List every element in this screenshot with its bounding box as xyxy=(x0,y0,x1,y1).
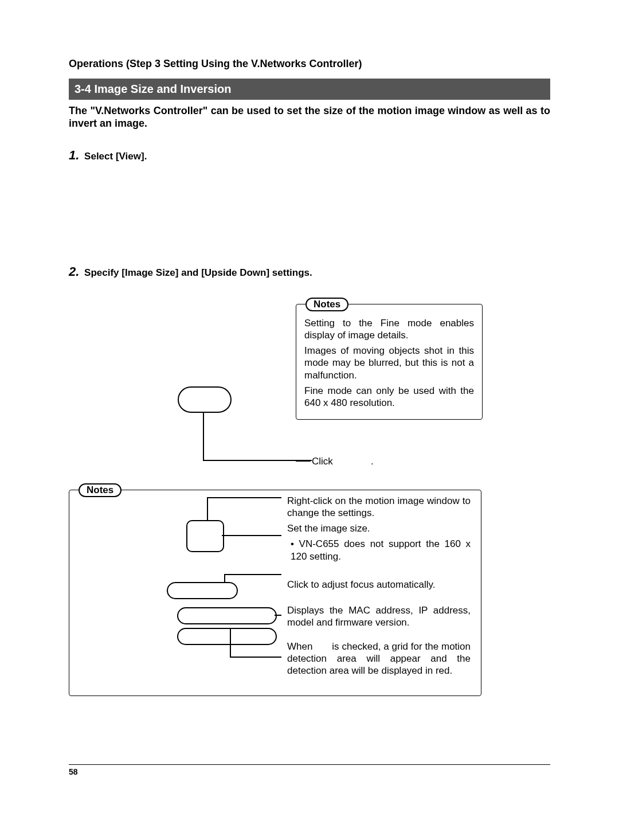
notes-fine-p2: Images of moving objects shot in this mo… xyxy=(304,345,474,381)
intro-text: The "V.Networks Controller" can be used … xyxy=(69,104,550,130)
notes-tag-2: Notes xyxy=(79,483,122,497)
callout-shape-info-1 xyxy=(177,607,277,624)
notes-controls-p1: Right-click on the motion image window t… xyxy=(287,495,471,519)
callout-shape-autofocus xyxy=(167,582,238,599)
notes-fine-p1: Setting to the Fine mode enables display… xyxy=(304,317,474,342)
step-1-text: Select [View]. xyxy=(81,151,147,162)
step-2-text: Specify [Image Size] and [Upside Down] s… xyxy=(81,267,312,278)
notes-controls-p2: Set the image size. xyxy=(287,522,471,534)
page-number: 58 xyxy=(69,767,78,776)
chapter-heading: Operations (Step 3 Setting Using the V.N… xyxy=(69,57,550,71)
notes-controls-bullet: • VN-C655 does not support the 160 x 120… xyxy=(287,538,471,562)
step-2: 2. Specify [Image Size] and [Upside Down… xyxy=(69,264,550,280)
notes-box-controls: Notes Right-click on the motion image wi… xyxy=(69,490,481,696)
callout-shape-info-2 xyxy=(177,628,277,645)
step-2-number: 2. xyxy=(69,264,79,279)
callout-shape-size xyxy=(186,520,224,552)
notes-box-fine: Notes Setting to the Fine mode enables d… xyxy=(296,304,483,420)
notes-controls-focus: Click to adjust focus automatically. xyxy=(287,579,471,591)
notes-controls-mac: Displays the MAC address, IP address, mo… xyxy=(287,604,471,629)
notes-fine-p3: Fine mode can only be used with the 640 … xyxy=(304,385,474,409)
notes-controls-grid: When is checked, a grid for the motion d… xyxy=(287,640,471,677)
notes-tag: Notes xyxy=(305,298,348,311)
section-heading: 3-4 Image Size and Inversion xyxy=(69,79,550,100)
callout-shape-fine xyxy=(178,386,232,413)
page-footer: 58 xyxy=(69,764,550,778)
step-1-number: 1. xyxy=(69,148,79,162)
click-label: Click . xyxy=(312,455,374,467)
step-1: 1. Select [View]. xyxy=(69,147,550,163)
